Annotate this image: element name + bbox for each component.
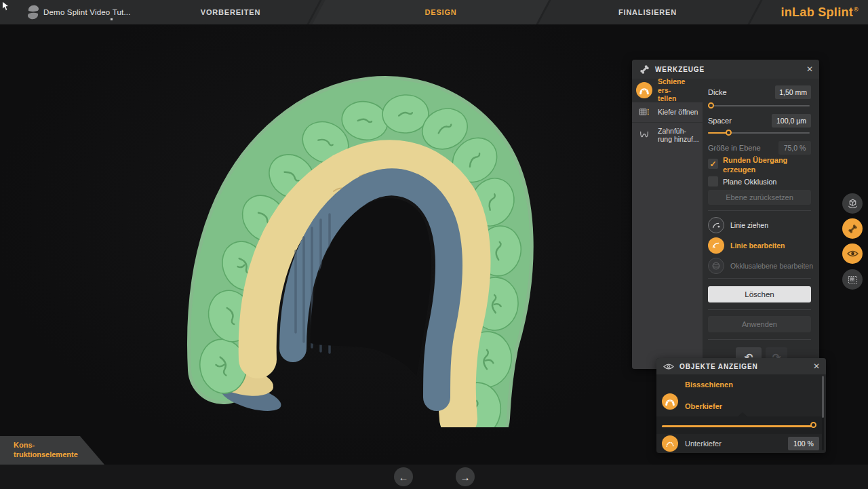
eye-icon [663, 364, 674, 370]
top-phase-bar: Demo Splint Video Tut... VORBEREITEN DES… [0, 0, 868, 24]
object-item-bissschienen[interactable]: Bissschienen [656, 374, 826, 395]
orientation-3d-button[interactable] [842, 193, 863, 214]
spacer-slider-handle[interactable] [726, 130, 732, 136]
phase-tab-finalisieren[interactable]: FINALISIEREN [618, 0, 677, 24]
slider-notch [738, 412, 747, 416]
runden-uebergang-label: Runden Übergang erzeugen [723, 156, 811, 175]
oberkiefer-opacity-slider-strip [656, 416, 822, 434]
splint-arch-icon [636, 82, 652, 98]
document-title[interactable]: Demo Splint Video Tut... [43, 0, 131, 24]
nav-forward-button[interactable]: → [456, 467, 475, 486]
tab-zahnfuehrung-hinzufuegen[interactable]: Zahnfüh-rung hinzuf... [632, 122, 703, 148]
divider [708, 210, 811, 211]
close-icon[interactable]: ✕ [813, 362, 820, 370]
plane-okklusion-label: Plane Okklusion [723, 178, 811, 187]
divider [708, 278, 811, 279]
tools-panel-header: WERKZEUGE ✕ [632, 60, 819, 79]
tools-panel-title: WERKZEUGE [655, 66, 705, 73]
edit-line-icon [708, 237, 724, 254]
draw-line-icon [708, 217, 724, 233]
objects-panel-title: OBJEKTE ANZEIGEN [679, 363, 758, 370]
divider [708, 309, 811, 310]
divider [708, 339, 811, 340]
spacer-value[interactable]: 100,0 µm [772, 114, 811, 128]
tools-wrench-icon [848, 224, 858, 234]
tab-kiefer-oeffnen[interactable]: Kiefer öffnen [632, 102, 703, 122]
linie-bearbeiten-button[interactable]: Linie bearbeiten [708, 237, 814, 254]
linie-ziehen-button[interactable]: Linie ziehen [708, 217, 814, 233]
dental-model-3d[interactable] [156, 47, 536, 427]
model-viewport[interactable]: Kons- truktionselemente WERKZEUGE ✕ [0, 24, 868, 465]
objects-scrollbar[interactable] [822, 376, 824, 450]
show-objects-eye-icon [847, 250, 859, 257]
jaw-open-icon [636, 104, 652, 120]
tooth-guide-icon [636, 127, 652, 143]
objects-panel-header: OBJEKTE ANZEIGEN ✕ [656, 358, 826, 374]
oberkiefer-opacity-slider[interactable] [662, 422, 815, 430]
occlusal-plane-icon [708, 258, 724, 274]
tools-panel: WERKZEUGE ✕ Schiene ers- tellen [632, 60, 819, 369]
snapshot-icon [848, 275, 858, 284]
close-icon[interactable]: ✕ [806, 65, 813, 73]
product-name: inLab Splint® [781, 0, 859, 24]
spacer-slider[interactable] [708, 129, 810, 137]
wrench-icon [639, 64, 650, 75]
app-logo[interactable] [24, 3, 42, 21]
groesse-in-ebene-label: Größe in Ebene [708, 144, 761, 152]
construction-elements-tab[interactable]: Kons- truktionselemente [0, 436, 106, 465]
objects-panel-toggle-button[interactable] [842, 243, 863, 264]
plane-okklusion-checkbox[interactable] [708, 176, 718, 187]
ebene-zuruecksetzen-button[interactable]: Ebene zurücksetzen [708, 190, 811, 205]
snapshot-button[interactable] [842, 269, 863, 290]
mouse-cursor [1, 1, 11, 12]
topbar-separator [747, 0, 762, 24]
document-modified-dot [111, 18, 113, 20]
phase-tab-vorbereiten[interactable]: VORBEREITEN [201, 0, 260, 24]
oberkiefer-slider-handle[interactable] [810, 422, 816, 428]
groesse-in-ebene-value: 75,0 % [778, 141, 811, 155]
tools-panel-toggle-button[interactable] [842, 218, 863, 239]
loeschen-button[interactable]: Löschen [708, 286, 811, 302]
bottom-nav-bar: ← → [0, 465, 868, 489]
spacer-label: Spacer [708, 117, 732, 125]
okklusalebene-bearbeiten-button[interactable]: Okklusalebene bearbeiten [708, 258, 814, 274]
runden-uebergang-checkbox[interactable]: ✓ [708, 159, 718, 169]
tab-schiene-erstellen[interactable]: Schiene ers- tellen [632, 79, 703, 102]
dicke-value[interactable]: 1,50 mm [775, 85, 811, 99]
tools-tab-column: Schiene ers- tellen [632, 79, 703, 369]
dicke-label: Dicke [708, 88, 727, 96]
inlab-splint-app: Demo Splint Video Tut... VORBEREITEN DES… [0, 0, 868, 489]
orientation-3d-icon [847, 198, 859, 210]
nav-back-button[interactable]: ← [394, 467, 413, 486]
dicke-slider-handle[interactable] [708, 102, 714, 109]
anwenden-button[interactable]: Anwenden [708, 316, 811, 332]
objects-panel: OBJEKTE ANZEIGEN ✕ Bissschienen [656, 358, 826, 453]
phase-tab-design[interactable]: DESIGN [425, 0, 457, 24]
object-item-unterkiefer[interactable]: Unterkiefer 100 % [656, 434, 826, 453]
dicke-slider[interactable] [708, 102, 810, 110]
